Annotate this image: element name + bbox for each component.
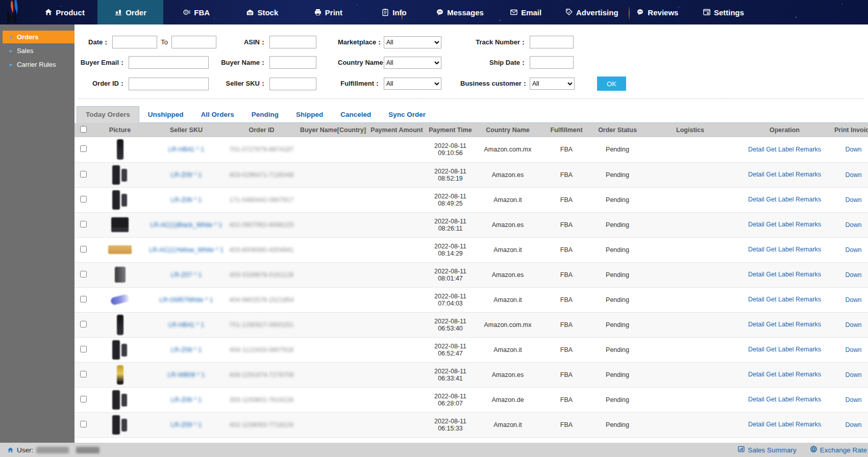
nav-item-settings[interactable]: Settings [690, 0, 756, 24]
seller-sku-input[interactable] [269, 78, 316, 90]
country-name-select[interactable]: All [384, 57, 441, 69]
download-invoice-link[interactable]: Down [846, 421, 862, 428]
product-picture[interactable] [111, 190, 129, 210]
date-to-input[interactable] [171, 36, 216, 48]
seller-sku-link[interactable]: LR-AC(1)Yellow_White * 1 [149, 246, 224, 253]
seller-sku-link[interactable]: LR-Z09 * 1 [171, 421, 202, 428]
download-invoice-link[interactable]: Down [846, 271, 862, 278]
track-number-input[interactable] [530, 36, 574, 48]
sidebar-item-carrier-rules[interactable]: ►Carrier Rules [3, 58, 75, 71]
tab-today-orders[interactable]: Today Orders [77, 106, 139, 123]
nav-item-print[interactable]: Print [295, 0, 361, 24]
tab-sync-order[interactable]: Sync Order [380, 107, 434, 122]
row-checkbox[interactable] [80, 145, 87, 152]
detail-link[interactable]: Detail [748, 271, 764, 278]
seller-sku-link[interactable]: LR-HB41 * 1 [168, 321, 204, 328]
detail-link[interactable]: Detail [748, 421, 764, 428]
row-checkbox[interactable] [80, 246, 87, 252]
order-id-input[interactable] [129, 78, 209, 90]
marketplace-select[interactable]: All [384, 36, 441, 48]
seller-sku-link[interactable]: LR-AC(1)Black_White * 1 [150, 221, 222, 229]
remarks-link[interactable]: Remarks [796, 171, 821, 178]
product-picture[interactable] [110, 294, 130, 306]
row-checkbox[interactable] [80, 221, 87, 227]
remarks-link[interactable]: Remarks [796, 421, 821, 428]
download-invoice-link[interactable]: Down [846, 321, 862, 328]
row-checkbox[interactable] [80, 296, 87, 302]
get-label-link[interactable]: Get Label [766, 421, 793, 428]
remarks-link[interactable]: Remarks [796, 346, 821, 353]
get-label-link[interactable]: Get Label [766, 271, 793, 278]
business-customer-select[interactable]: All [530, 78, 575, 90]
product-picture[interactable] [111, 340, 129, 360]
seller-sku-link[interactable]: LR-WB08 * 1 [168, 371, 205, 378]
product-picture[interactable] [117, 139, 123, 160]
get-label-link[interactable]: Get Label [766, 171, 793, 178]
date-from-input[interactable] [112, 36, 157, 48]
remarks-link[interactable]: Remarks [796, 371, 821, 378]
download-invoice-link[interactable]: Down [846, 171, 862, 179]
remarks-link[interactable]: Remarks [796, 321, 821, 328]
seller-sku-link[interactable]: LR-GM57White * 1 [160, 296, 213, 303]
row-checkbox[interactable] [80, 346, 87, 352]
tab-unshipped[interactable]: Unshipped [139, 107, 192, 122]
nav-item-info[interactable]: Info [361, 0, 427, 24]
detail-link[interactable]: Detail [748, 296, 764, 303]
get-label-link[interactable]: Get Label [766, 371, 793, 378]
download-invoice-link[interactable]: Down [846, 396, 862, 403]
seller-sku-link[interactable]: LR-HB41 * 1 [168, 146, 204, 153]
row-checkbox[interactable] [80, 171, 87, 177]
download-invoice-link[interactable]: Down [846, 196, 862, 204]
row-checkbox[interactable] [80, 321, 87, 327]
product-picture[interactable] [111, 415, 129, 435]
download-invoice-link[interactable]: Down [846, 346, 862, 353]
download-invoice-link[interactable]: Down [846, 246, 862, 253]
nav-item-product[interactable]: Product [32, 0, 97, 24]
remarks-link[interactable]: Remarks [796, 271, 821, 278]
product-picture[interactable] [111, 390, 129, 410]
detail-link[interactable]: Detail [748, 171, 764, 178]
ship-date-input[interactable] [530, 56, 574, 69]
seller-sku-link[interactable]: LR-Z06 * 1 [171, 396, 202, 403]
get-label-link[interactable]: Get Label [766, 346, 793, 353]
seller-sku-link[interactable]: LR-Z08 * 1 [171, 346, 202, 353]
nav-item-advertising[interactable]: Advertising [559, 0, 625, 24]
row-checkbox[interactable] [80, 371, 87, 377]
tab-shipped[interactable]: Shipped [287, 107, 332, 122]
seller-sku-link[interactable]: LR-Z07 * 1 [171, 271, 202, 278]
get-label-link[interactable]: Get Label [766, 196, 793, 203]
product-picture[interactable] [115, 267, 126, 283]
remarks-link[interactable]: Remarks [796, 296, 821, 303]
row-checkbox[interactable] [80, 271, 87, 277]
download-invoice-link[interactable]: Down [846, 146, 862, 153]
remarks-link[interactable]: Remarks [796, 221, 821, 228]
product-picture[interactable] [108, 245, 132, 254]
buyer-name-input[interactable] [269, 56, 316, 69]
remarks-link[interactable]: Remarks [796, 396, 821, 403]
detail-link[interactable]: Detail [748, 246, 764, 253]
exchange-rate-link[interactable]: Exchange Rate [810, 445, 867, 454]
brand-logo[interactable] [0, 0, 32, 24]
detail-link[interactable]: Detail [748, 146, 764, 153]
detail-link[interactable]: Detail [748, 346, 764, 353]
asin-input[interactable] [269, 36, 316, 48]
row-checkbox[interactable] [80, 396, 87, 402]
remarks-link[interactable]: Remarks [796, 246, 821, 253]
seller-sku-link[interactable]: LR-Z09 * 1 [171, 171, 202, 179]
select-all-checkbox[interactable] [80, 126, 87, 133]
download-invoice-link[interactable]: Down [846, 371, 862, 378]
seller-sku-link[interactable]: LR-Z06 * 1 [171, 196, 202, 204]
row-checkbox[interactable] [80, 196, 87, 202]
remarks-link[interactable]: Remarks [796, 146, 821, 153]
nav-item-order[interactable]: Order [97, 0, 163, 24]
tab-canceled[interactable]: Canceled [332, 107, 380, 122]
detail-link[interactable]: Detail [748, 196, 764, 203]
get-label-link[interactable]: Get Label [766, 396, 793, 403]
product-picture[interactable] [117, 315, 123, 335]
nav-item-reviews[interactable]: Reviews [625, 0, 690, 24]
get-label-link[interactable]: Get Label [766, 321, 793, 328]
get-label-link[interactable]: Get Label [766, 246, 793, 253]
download-invoice-link[interactable]: Down [846, 221, 862, 229]
row-checkbox[interactable] [80, 421, 87, 427]
sidebar-item-orders[interactable]: ►Orders [3, 31, 75, 43]
